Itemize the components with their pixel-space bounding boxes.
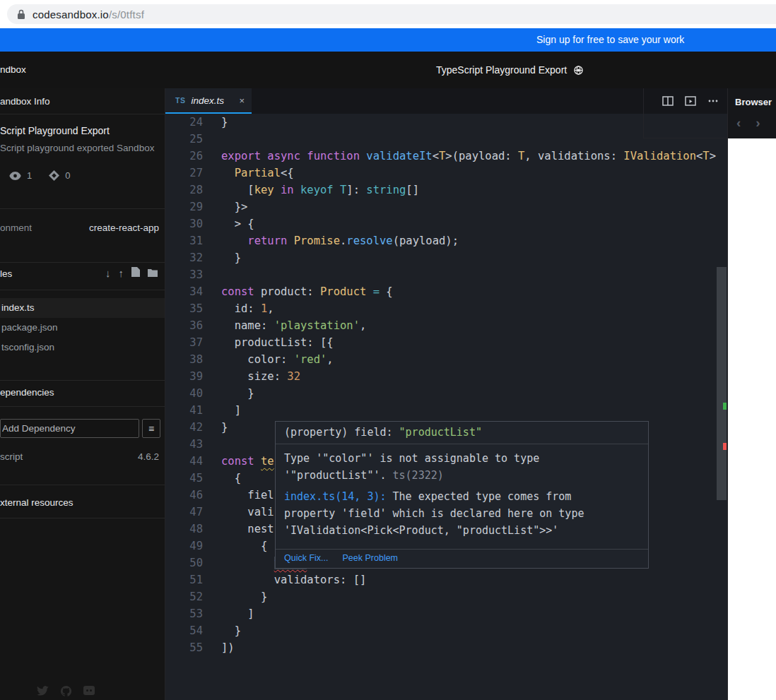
- file-item[interactable]: index.ts: [0, 298, 165, 318]
- new-folder-icon[interactable]: [148, 267, 158, 280]
- code-token: {: [221, 540, 267, 552]
- add-dependency-input[interactable]: [0, 419, 139, 438]
- code-line[interactable]: 37 productList: [{: [165, 334, 727, 351]
- views-icon: [9, 172, 21, 180]
- code-token: validateIt: [366, 150, 432, 162]
- code-token: color:: [221, 353, 294, 366]
- forward-icon[interactable]: ›: [756, 115, 760, 131]
- code-token: ]): [221, 641, 235, 654]
- code-token: ,: [327, 353, 333, 366]
- tab-label: index.ts: [191, 95, 224, 106]
- files-actions: ↓ ↑: [105, 267, 158, 280]
- browser-preview-panel: Browser ‹ ›: [727, 88, 776, 700]
- code-line[interactable]: 38 color: 'red',: [165, 351, 727, 368]
- code-line[interactable]: 39 size: 32: [165, 368, 727, 385]
- social-links: [37, 686, 95, 696]
- line-number: 46: [165, 487, 203, 504]
- code-token: "productList": [399, 426, 482, 439]
- twitter-icon[interactable]: [37, 686, 49, 696]
- code-line[interactable]: 24}: [165, 114, 727, 131]
- code-token: in: [281, 184, 294, 196]
- code-line[interactable]: 36 name: 'playstation',: [165, 317, 727, 334]
- file-item[interactable]: tsconfig.json: [0, 338, 165, 357]
- code-line[interactable]: 31 return Promise.resolve(payload);: [165, 232, 727, 249]
- github-icon[interactable]: [61, 686, 71, 696]
- code-token: [221, 235, 247, 247]
- code-line[interactable]: 51 validators: []: [165, 571, 727, 588]
- code-token: (payload);: [393, 235, 459, 247]
- dependency-item[interactable]: script4.6.2: [0, 449, 159, 465]
- sidebar-section-sandbox-info: andbox Info: [0, 88, 165, 114]
- line-number: 54: [165, 622, 203, 639]
- line-number: 36: [165, 317, 203, 334]
- code-area[interactable]: 24}2526export async function validateIt<…: [165, 114, 727, 700]
- more-options-icon[interactable]: [707, 95, 719, 107]
- code-line[interactable]: 55]): [165, 639, 727, 656]
- project-stats: 1 0: [9, 170, 70, 181]
- code-line[interactable]: 54 }: [165, 622, 727, 639]
- quick-fix-link[interactable]: Quick Fix...: [284, 553, 329, 563]
- code-line[interactable]: 28 [key in keyof T]: string[]: [165, 182, 727, 198]
- code-token: IValidation: [623, 150, 696, 162]
- code-token: ts(2322): [393, 469, 444, 482]
- code-line[interactable]: 53 ]: [165, 605, 727, 622]
- code-line[interactable]: 26export async function validateIt<T>(pa…: [165, 148, 727, 165]
- code-token: [274, 184, 281, 196]
- logo-text[interactable]: ndbox: [0, 64, 26, 75]
- code-token: [221, 167, 235, 179]
- upload-icon[interactable]: ↑: [119, 267, 124, 280]
- tab-index-ts[interactable]: TS index.ts ×: [165, 88, 252, 114]
- code-line[interactable]: 40 }: [165, 385, 727, 402]
- peek-problem-link[interactable]: Peek Problem: [343, 553, 399, 563]
- download-icon[interactable]: ↓: [105, 267, 111, 280]
- code-line[interactable]: 33: [165, 266, 727, 283]
- preview-window-icon[interactable]: [685, 95, 696, 107]
- code-token: T: [518, 150, 524, 162]
- sandbox-title[interactable]: TypeScript Playground Export: [436, 64, 567, 76]
- dependency-menu-button[interactable]: ≡: [142, 419, 160, 438]
- code-token: [287, 235, 293, 247]
- code-token: >(: [445, 150, 459, 162]
- line-number: 30: [165, 215, 203, 232]
- scrollbar-marker-green: [723, 403, 727, 410]
- code-token: const: [221, 285, 254, 298]
- line-number: 32: [165, 249, 203, 266]
- url-bar[interactable]: codesandbox.io/s/0tftsf: [7, 4, 776, 24]
- signup-banner-link[interactable]: Sign up for free to save your work: [536, 34, 684, 45]
- environment-row: onment create-react-app: [0, 223, 159, 233]
- code-token: productList: [{: [221, 336, 334, 349]
- sidebar-section-dependencies: ependencies: [0, 387, 54, 398]
- code-line[interactable]: 27 Partial<{: [165, 165, 727, 182]
- code-line[interactable]: 52 }: [165, 588, 727, 605]
- code-token: }: [221, 591, 267, 603]
- editor-scrollbar-thumb[interactable]: [717, 267, 727, 500]
- back-icon[interactable]: ‹: [736, 115, 741, 131]
- code-token: }: [221, 116, 228, 129]
- code-line[interactable]: 34const product: Product = {: [165, 283, 727, 300]
- code-line[interactable]: 41 ]: [165, 402, 727, 419]
- code-token: const: [221, 455, 254, 468]
- code-line[interactable]: 35 id: 1,: [165, 300, 727, 317]
- file-item[interactable]: package.json: [0, 318, 165, 338]
- tooltip-header: (property) field: "productList": [276, 422, 648, 444]
- line-number: 42: [165, 419, 203, 436]
- code-token: product:: [254, 285, 320, 298]
- code-line[interactable]: 25: [165, 131, 727, 148]
- code-line[interactable]: 29 }>: [165, 198, 727, 215]
- close-tab-icon[interactable]: ×: [239, 95, 245, 106]
- sidebar-section-external-resources: xternal resources: [0, 497, 74, 508]
- code-token: name:: [221, 319, 274, 332]
- code-line[interactable]: 30 > {: [165, 215, 727, 232]
- line-number: 45: [165, 470, 203, 487]
- ts-file-icon: TS: [175, 96, 185, 105]
- code-token: keyof T: [300, 184, 346, 196]
- dependency-name: script: [0, 449, 23, 465]
- code-token: export async function: [221, 150, 366, 162]
- new-file-icon[interactable]: [131, 267, 140, 280]
- line-number: 27: [165, 165, 203, 182]
- code-token: , validations:: [524, 150, 623, 162]
- discord-icon[interactable]: [83, 686, 95, 695]
- split-view-icon[interactable]: [662, 95, 674, 107]
- code-line[interactable]: 32 }: [165, 249, 727, 266]
- tooltip-file-link[interactable]: index.ts(14, 3):: [284, 490, 387, 503]
